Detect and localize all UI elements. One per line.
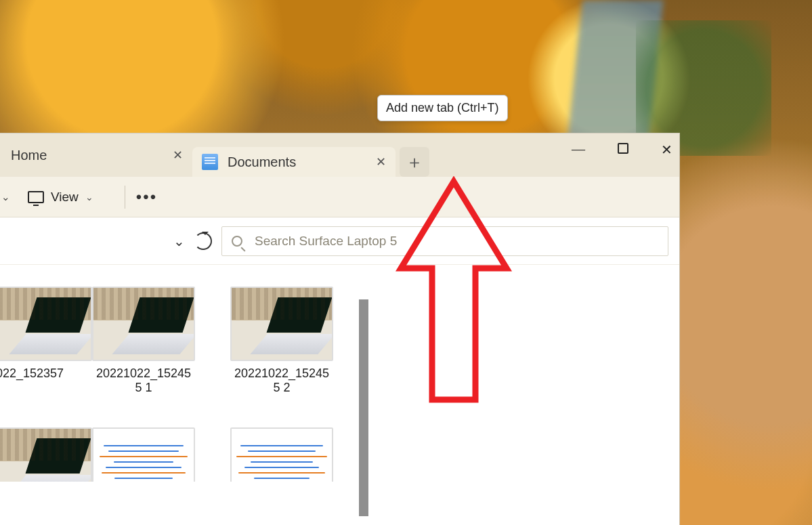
file-name: 20221022_15245 5 2	[230, 366, 333, 395]
tab-home[interactable]: Home ✕	[0, 140, 192, 170]
file-item[interactable]: 1022_152357	[0, 287, 57, 395]
command-bar: ⌄ View ⌄ •••	[0, 177, 679, 217]
divider	[125, 186, 125, 209]
thumbnail	[230, 427, 333, 482]
chevron-down-icon: ⌄	[85, 192, 93, 203]
thumbnail	[230, 287, 333, 361]
document-icon	[202, 154, 218, 170]
plus-icon: ＋	[406, 150, 423, 174]
view-label: View	[51, 190, 79, 205]
close-icon[interactable]: ✕	[376, 154, 386, 169]
items-pane[interactable]: 1022_152357 20221022_15245 5 1 20221022_…	[0, 265, 679, 525]
file-item[interactable]	[92, 427, 195, 482]
search-placeholder: Search Surface Laptop 5	[255, 234, 397, 249]
close-window-button[interactable]: ✕	[661, 142, 672, 158]
search-input[interactable]: Search Surface Laptop 5	[221, 226, 668, 256]
tab-label: Documents	[228, 154, 296, 170]
more-button[interactable]: •••	[136, 188, 157, 207]
minimize-button[interactable]: —	[572, 142, 585, 158]
monitor-icon	[28, 191, 44, 203]
content-area: 1022_152357 20221022_15245 5 1 20221022_…	[0, 265, 679, 525]
file-explorer-window: Home ✕ Documents ✕ ＋ — ✕ ⌄ View ⌄ ••• ⌄	[0, 133, 680, 525]
items-row: 1022_152357 20221022_15245 5 1 20221022_…	[0, 287, 671, 395]
chevron-down-icon[interactable]: ⌄	[1, 191, 10, 203]
thumbnail	[92, 287, 195, 361]
chevron-down-icon[interactable]: ⌄	[173, 233, 185, 249]
items-row	[0, 427, 671, 482]
new-tab-button[interactable]: ＋	[400, 147, 429, 177]
search-icon	[232, 236, 242, 247]
close-icon[interactable]: ✕	[173, 148, 183, 163]
maximize-button[interactable]	[618, 142, 628, 158]
address-bar-row: ⌄ Search Surface Laptop 5	[0, 217, 679, 265]
tooltip-text: Add new tab (Ctrl+T)	[386, 101, 499, 114]
file-item[interactable]	[0, 427, 57, 482]
tab-documents[interactable]: Documents ✕	[192, 147, 396, 177]
new-tab-tooltip: Add new tab (Ctrl+T)	[377, 95, 508, 121]
file-item[interactable]: 20221022_15245 5 2	[230, 287, 333, 395]
file-item[interactable]: 20221022_15245 5 1	[92, 287, 195, 395]
tab-label: Home	[11, 148, 47, 163]
file-name: 20221022_15245 5 1	[92, 366, 195, 395]
thumbnail	[0, 287, 92, 361]
scrollbar[interactable]	[359, 299, 368, 516]
file-item[interactable]	[230, 427, 333, 482]
file-name: 1022_152357	[0, 366, 57, 381]
thumbnail	[0, 427, 92, 482]
thumbnail	[92, 427, 195, 482]
view-dropdown[interactable]: View ⌄	[28, 190, 93, 205]
window-controls: — ✕	[572, 142, 672, 158]
titlebar: Home ✕ Documents ✕ ＋ — ✕	[0, 133, 679, 177]
refresh-icon[interactable]	[194, 232, 212, 250]
